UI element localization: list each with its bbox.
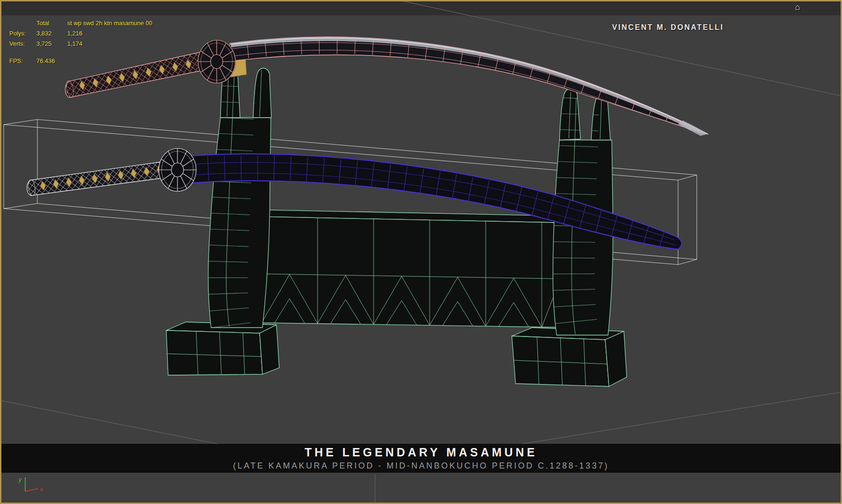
stand-left-post <box>208 59 271 328</box>
stats-spacer <box>9 20 36 27</box>
stats-polys-object: 1,216 <box>67 30 152 37</box>
banner-title: THE LEGENDARY MASAMUNE <box>304 446 538 459</box>
sheathed-katana-handle <box>27 161 166 196</box>
stats-header-object: st wp swd 2h ktn masamune 00 <box>67 20 152 27</box>
stand-right-foot <box>512 328 627 386</box>
viewport-3d[interactable]: y x <box>0 0 842 504</box>
fps-label: FPS: <box>9 57 36 64</box>
axis-gizmo: y x <box>18 476 43 493</box>
fps-value: 76.436 <box>36 57 152 64</box>
axis-x-label: x <box>40 486 43 493</box>
artist-credit: VINCENT M. DONATELLI <box>612 23 724 32</box>
blade-katana-tsuba <box>198 40 236 84</box>
stand-left-foot <box>166 322 279 375</box>
stats-polys-total: 3,832 <box>36 30 67 37</box>
stats-verts-object: 1,174 <box>67 40 152 47</box>
stats-polys-label: Polys: <box>9 30 36 37</box>
banner-subtitle: (LATE KAMAKURA PERIOD - MID-NANBOKUCHO P… <box>233 461 609 471</box>
stats-header-total: Total <box>36 20 67 27</box>
axis-y-label: y <box>18 476 22 483</box>
home-icon[interactable]: ⌂ <box>795 2 800 12</box>
stats-verts-total: 3,725 <box>36 40 67 47</box>
title-banner: THE LEGENDARY MASAMUNE (LATE KAMAKURA PE… <box>1 444 841 473</box>
blade-tip-highlight <box>678 120 708 136</box>
katana-blade-model[interactable] <box>65 37 708 136</box>
sheathed-katana-tsuba <box>159 148 196 191</box>
stats-verts-label: Verts: <box>9 40 36 47</box>
viewport-statistics: Total st wp swd 2h ktn masamune 00 Polys… <box>9 20 152 64</box>
